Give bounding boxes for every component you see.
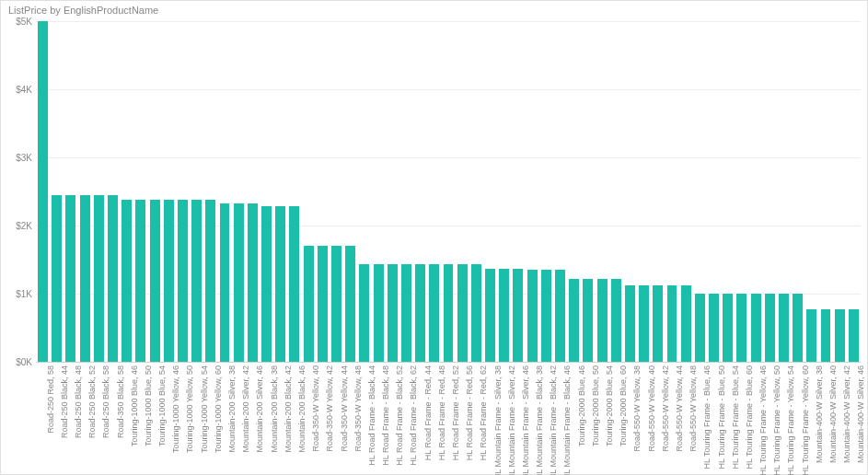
x-axis-label: Touring-1000 Blue, 54: [157, 365, 167, 446]
x-axis-label: HL Road Frame - Black, 62: [409, 365, 418, 466]
x-axis-label: Road-250 Black, 44: [60, 365, 69, 438]
bar[interactable]: [597, 279, 608, 362]
x-axis-label: HL Mountain Frame - Silver, 42: [507, 365, 516, 475]
bar[interactable]: [261, 206, 272, 362]
x-axis-label: Road-550-W Yellow, 40: [647, 365, 656, 452]
chart-container: ListPrice by EnglishProductName $0K$1K$2…: [0, 0, 868, 475]
bar[interactable]: [234, 203, 244, 362]
bar[interactable]: [611, 279, 621, 362]
bar[interactable]: [457, 264, 468, 362]
x-axis-label: Road-350-W Yellow, 42: [325, 365, 334, 452]
bar[interactable]: [191, 200, 202, 362]
bar[interactable]: [164, 200, 174, 362]
bar[interactable]: [150, 200, 160, 362]
bar[interactable]: [415, 264, 425, 362]
bar[interactable]: [625, 285, 635, 362]
x-axis-label: Touring-2000 Blue, 50: [591, 365, 600, 446]
bar[interactable]: [248, 203, 258, 362]
bar[interactable]: [345, 246, 355, 362]
x-axis-label: Mountain-400-W Silver, 46: [856, 365, 865, 463]
bar[interactable]: [205, 200, 215, 362]
bar[interactable]: [318, 246, 328, 362]
bar[interactable]: [220, 203, 230, 362]
bar[interactable]: [835, 309, 845, 362]
bar[interactable]: [541, 270, 551, 362]
x-axis-label: Mountain-200 Silver, 38: [227, 365, 237, 453]
x-axis-label: Road-550-W Yellow, 48: [689, 365, 698, 452]
bar[interactable]: [122, 200, 132, 362]
bar[interactable]: [723, 294, 733, 362]
bar[interactable]: [485, 269, 495, 362]
bar[interactable]: [471, 264, 481, 362]
bar[interactable]: [667, 285, 677, 362]
x-axis-label: Mountain-400-W Silver, 38: [815, 365, 824, 463]
x-axis-label: HL Touring Frame - Blue, 46: [702, 365, 712, 469]
bar[interactable]: [751, 294, 761, 362]
bar[interactable]: [331, 246, 341, 362]
bar[interactable]: [653, 285, 663, 362]
bar[interactable]: [681, 285, 691, 362]
bar[interactable]: [374, 264, 384, 362]
bar[interactable]: [94, 195, 104, 362]
x-axis-label: HL Touring Frame - Yellow, 60: [801, 365, 810, 475]
bar[interactable]: [569, 279, 579, 362]
bar[interactable]: [429, 264, 439, 362]
x-axis-label: Touring-1000 Blue, 50: [144, 365, 153, 446]
bar[interactable]: [444, 264, 454, 362]
bar[interactable]: [65, 195, 75, 362]
x-axis-label: HL Mountain Frame - Silver, 46: [521, 365, 530, 475]
x-axis-label: Road-250 Black, 58: [101, 365, 110, 438]
bar[interactable]: [821, 309, 831, 362]
x-axis-label: Touring-1000 Yellow, 50: [185, 365, 194, 453]
x-axis-label: Mountain-200 Silver, 42: [241, 365, 250, 453]
x-axis-label: HL Road Frame - Black, 52: [395, 365, 404, 466]
x-axis-label: Mountain-200 Black, 42: [284, 365, 293, 453]
x-axis-label: Touring-2000 Blue, 46: [577, 365, 586, 446]
y-axis-tick: $3K: [16, 153, 32, 163]
bar[interactable]: [289, 206, 299, 362]
x-axis-label: HL Road Frame - Red, 62: [479, 365, 488, 460]
y-axis-tick: $5K: [16, 17, 32, 27]
chart-title: ListPrice by EnglishProductName: [8, 5, 158, 16]
x-axis-label: Road-550-W Yellow, 44: [675, 365, 684, 452]
bar[interactable]: [849, 309, 859, 362]
x-axis-label: Touring-1000 Blue, 46: [130, 365, 139, 446]
x-axis-label: HL Touring Frame - Yellow, 50: [772, 365, 781, 475]
bar[interactable]: [709, 294, 719, 362]
bar[interactable]: [275, 206, 285, 362]
bar[interactable]: [401, 264, 411, 362]
gridline: [36, 362, 861, 363]
bar[interactable]: [52, 195, 62, 362]
x-axis-label: HL Road Frame - Red, 52: [451, 365, 460, 460]
bar[interactable]: [513, 269, 523, 362]
bar[interactable]: [178, 200, 188, 362]
bar[interactable]: [555, 270, 565, 362]
x-axis-label: HL Mountain Frame - Black, 38: [535, 365, 544, 475]
bar[interactable]: [639, 285, 649, 362]
bar[interactable]: [765, 294, 775, 362]
bar[interactable]: [806, 309, 816, 362]
bar[interactable]: [793, 294, 803, 362]
bar[interactable]: [135, 200, 145, 362]
x-axis-label: Road-550-W Yellow, 38: [632, 365, 642, 452]
bar[interactable]: [80, 195, 90, 362]
y-axis-tick: $4K: [16, 85, 32, 95]
bar[interactable]: [736, 294, 746, 362]
x-axis-label: Touring-1000 Yellow, 54: [200, 365, 209, 453]
bar[interactable]: [304, 246, 314, 362]
x-axis-label: Road-350-W Yellow, 40: [311, 365, 320, 452]
bar[interactable]: [779, 294, 789, 362]
bar[interactable]: [583, 279, 593, 362]
bar[interactable]: [499, 269, 509, 362]
x-axis-label: Mountain-200 Black, 46: [297, 365, 307, 453]
bar[interactable]: [359, 264, 369, 362]
x-axis-label: HL Touring Frame - Blue, 50: [717, 365, 726, 469]
bar[interactable]: [108, 195, 118, 362]
bar[interactable]: [527, 270, 538, 362]
y-axis-tick: $2K: [16, 221, 32, 231]
bar[interactable]: [388, 264, 398, 362]
x-axis-label: Road-250 Red, 58: [46, 365, 55, 434]
bar[interactable]: [695, 294, 705, 362]
bar[interactable]: [38, 21, 48, 362]
y-axis-tick: $1K: [16, 289, 32, 299]
